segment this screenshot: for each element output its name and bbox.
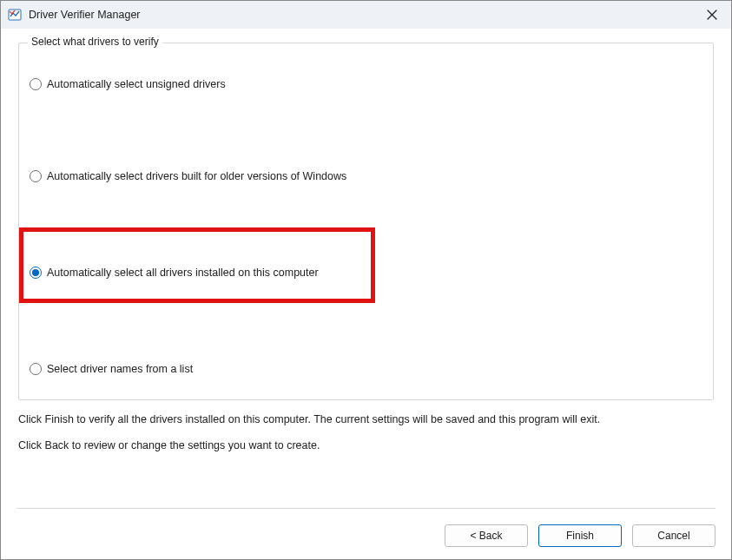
instruction-line-2: Click Back to review or change the setti… bbox=[18, 438, 714, 452]
instructions: Click Finish to verify all the drivers i… bbox=[1, 400, 731, 453]
fieldset-legend: Select what drivers to verify bbox=[28, 36, 162, 48]
drivers-fieldset: Select what drivers to verify Automatica… bbox=[18, 43, 714, 400]
radio-older-windows-drivers[interactable]: Automatically select drivers built for o… bbox=[30, 168, 346, 184]
radio-all-installed-drivers[interactable]: Automatically select all drivers install… bbox=[30, 265, 319, 280]
radio-label: Select driver names from a list bbox=[47, 363, 193, 375]
app-icon bbox=[8, 8, 22, 22]
instruction-line-1: Click Finish to verify all the drivers i… bbox=[18, 412, 714, 426]
back-button[interactable]: < Back bbox=[445, 524, 528, 547]
radio-unsigned-drivers[interactable]: Automatically select unsigned drivers bbox=[30, 76, 226, 92]
radio-icon bbox=[30, 363, 42, 375]
window-title: Driver Verifier Manager bbox=[29, 9, 141, 21]
close-button[interactable] bbox=[700, 4, 724, 25]
finish-button[interactable]: Finish bbox=[538, 524, 622, 547]
content-area: Select what drivers to verify Automatica… bbox=[1, 29, 731, 400]
radio-label: Automatically select drivers built for o… bbox=[47, 170, 346, 182]
radio-label: Automatically select unsigned drivers bbox=[47, 78, 226, 90]
radio-icon-selected bbox=[30, 267, 42, 279]
radio-icon bbox=[30, 78, 42, 90]
titlebar: Driver Verifier Manager bbox=[1, 1, 731, 29]
radio-label: Automatically select all drivers install… bbox=[47, 267, 319, 279]
radio-select-from-list[interactable]: Select driver names from a list bbox=[30, 361, 193, 377]
separator bbox=[16, 508, 716, 509]
radio-icon bbox=[30, 170, 42, 182]
cancel-button[interactable]: Cancel bbox=[632, 524, 716, 547]
wizard-buttons: < Back Finish Cancel bbox=[445, 524, 716, 547]
